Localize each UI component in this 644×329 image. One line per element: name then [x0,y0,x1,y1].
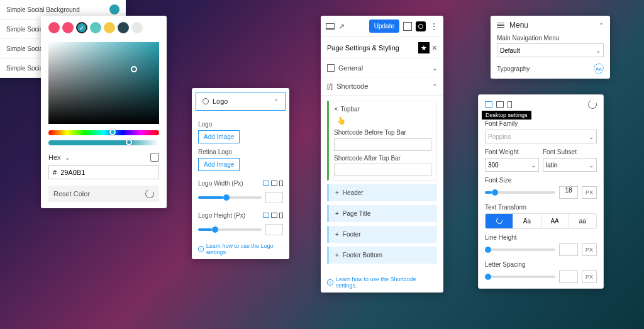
after-input[interactable] [334,164,431,176]
hex-label: Hex [48,153,61,161]
height-input[interactable] [265,224,283,235]
typography-icon[interactable]: Aa [594,64,604,74]
height-slider[interactable] [198,228,262,231]
add-image-button[interactable]: Add Image [198,158,240,171]
chevron-down-icon[interactable]: ⌄ [65,154,70,161]
nav-select[interactable]: Default⌄ [497,43,604,57]
tt-uppercase-button[interactable]: AA [541,214,569,228]
chevron-up-icon: ⌃ [599,22,604,29]
close-icon[interactable]: × [334,105,338,113]
swatch[interactable] [90,22,101,33]
alpha-pointer[interactable] [126,139,132,145]
shortcode-accordion[interactable]: [/]Shortcode⌃ [321,77,443,96]
tablet-icon[interactable] [271,213,277,218]
mobile-icon[interactable] [508,101,512,108]
pagetitle-section[interactable]: +Page Title [327,205,437,222]
tt-none-button[interactable] [486,214,513,228]
swatch-selected[interactable]: ✓ [76,22,87,33]
desktop-icon[interactable] [326,23,335,30]
device-toggles[interactable] [263,213,283,218]
mobile-icon[interactable] [279,181,283,186]
color-circle [109,4,119,14]
menu-header[interactable]: Menu ⌃ [497,21,604,30]
width-slider[interactable] [198,196,262,199]
plus-icon: + [335,231,339,238]
line-height-input[interactable] [559,243,578,256]
hue-slider[interactable] [48,130,159,135]
desktop-icon[interactable] [485,101,492,108]
copy-icon[interactable] [150,153,159,162]
swatch[interactable] [62,22,74,33]
header-section[interactable]: +Header [327,184,437,201]
tt-lowercase-button[interactable]: aa [569,214,596,228]
reset-icon[interactable] [144,188,155,199]
sidebar-toggle-icon[interactable] [403,22,412,31]
shortcode-icon: [/] [327,82,333,90]
desktop-icon[interactable] [263,213,269,218]
font-size-slider[interactable] [485,191,555,194]
chevron-down-icon: ⌄ [596,47,601,54]
swatch[interactable] [104,22,115,33]
tablet-icon[interactable] [496,101,504,108]
nav-label: Main Navigation Menu [497,35,604,42]
chevron-down-icon: ⌄ [432,65,437,72]
font-subset-label: Font Subset [543,148,597,155]
logo-accordion-header[interactable]: Logo ⌃ [196,92,286,111]
typography-row[interactable]: Typography Aa [497,64,604,74]
hex-value[interactable]: 29A0B1 [60,169,85,176]
saturation-gradient[interactable] [48,42,159,124]
tablet-icon[interactable] [271,181,277,186]
page-settings-panel: ↗ Update ⋮ Page Settings & Styling ★ × G… [321,16,443,293]
star-icon[interactable]: ★ [418,42,430,53]
chevron-down-icon: ⌄ [589,162,594,169]
line-height-slider[interactable] [485,248,555,251]
text-transform-label: Text Transform [485,204,597,211]
info-icon: i [198,246,204,252]
unit-label: PX [582,186,597,199]
swatch[interactable] [118,22,129,33]
general-accordion[interactable]: General⌄ [321,59,443,77]
swatch-row: ✓ [48,22,159,33]
device-toggles[interactable] [263,181,283,186]
device-toggles [485,101,512,108]
external-link-icon[interactable]: ↗ [338,22,345,31]
letter-spacing-input[interactable] [559,270,578,283]
chevron-down-icon: ⌄ [589,133,594,140]
hex-input-wrap: # 29A0B1 [48,165,159,179]
gradient-pointer[interactable] [131,66,137,72]
update-button[interactable]: Update [369,20,399,33]
more-menu-icon[interactable]: ⋮ [430,21,438,31]
desktop-icon[interactable] [263,181,269,186]
alpha-slider[interactable] [48,140,159,145]
mobile-icon[interactable] [279,213,283,218]
help-link[interactable]: iLearn how to use the Logo settings. [192,239,289,259]
font-subset-select[interactable]: latin⌄ [543,158,597,172]
section-label: Footer Bottom [343,252,382,259]
help-text: Learn how to use the Logo settings. [206,243,283,255]
add-image-button[interactable]: Add Image [198,130,240,143]
preview-icon[interactable] [416,21,426,31]
before-input[interactable] [334,138,431,151]
reset-icon[interactable] [587,99,598,110]
swatch[interactable] [131,22,143,33]
before-label: Shortcode Before Top Bar [334,129,431,136]
footer-section[interactable]: +Footer [327,226,437,243]
reset-icon [495,217,503,225]
letter-spacing-slider[interactable] [485,276,555,278]
font-weight-select[interactable]: 300⌄ [485,158,539,172]
close-icon[interactable]: × [432,43,437,53]
unit-label: PX [582,243,597,256]
cursor-icon: 👆 [336,116,431,125]
panel-title-row: Page Settings & Styling ★ × [321,37,443,59]
plus-icon: + [335,210,339,217]
footerbottom-section[interactable]: +Footer Bottom [327,247,437,264]
topbar-label: Topbar [340,106,360,113]
hue-pointer[interactable] [109,129,116,135]
width-input[interactable] [265,192,283,203]
help-link[interactable]: iLearn how to use the Shortcode settings… [321,272,443,293]
tt-capitalize-button[interactable]: Aa [513,214,541,228]
swatch[interactable] [48,22,60,33]
font-size-input[interactable]: 18 [559,186,578,199]
reset-row[interactable]: Reset Color [48,186,159,202]
font-family-select[interactable]: Poppins⌄ [485,130,597,143]
